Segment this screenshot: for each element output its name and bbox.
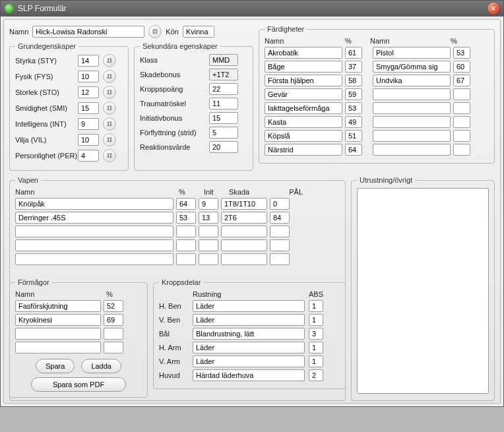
abs-input[interactable] xyxy=(309,300,323,312)
weapon-name[interactable] xyxy=(15,226,173,237)
sek-value[interactable] xyxy=(209,83,238,95)
skill-pct[interactable] xyxy=(453,75,470,86)
gender-input[interactable] xyxy=(183,26,214,38)
ability-pct[interactable] xyxy=(104,342,123,354)
ability-name[interactable] xyxy=(15,328,101,340)
sek-value[interactable] xyxy=(209,112,238,124)
pdf-button[interactable]: Spara som PDF xyxy=(31,377,126,392)
weapon-damage[interactable] xyxy=(221,226,267,237)
skill-pct[interactable] xyxy=(345,75,362,86)
save-button[interactable]: Spara xyxy=(36,359,75,373)
weapon-damage[interactable] xyxy=(221,198,267,210)
skill-name[interactable] xyxy=(373,116,451,128)
armor-input[interactable] xyxy=(193,355,305,367)
ability-name[interactable] xyxy=(15,300,101,312)
utr-textarea[interactable] xyxy=(357,188,489,394)
armor-input[interactable] xyxy=(193,328,305,340)
abs-input[interactable] xyxy=(309,342,323,354)
sek-value[interactable] xyxy=(209,54,238,66)
abs-input[interactable] xyxy=(309,369,323,381)
skill-pct[interactable] xyxy=(453,116,470,128)
armor-input[interactable] xyxy=(193,300,305,312)
load-button[interactable]: Ladda xyxy=(81,359,121,373)
skill-name[interactable] xyxy=(265,116,342,128)
sek-value[interactable] xyxy=(209,69,238,80)
skill-name[interactable] xyxy=(265,75,342,86)
ability-pct[interactable] xyxy=(104,328,123,340)
armor-input[interactable] xyxy=(193,369,305,381)
weapon-pct[interactable] xyxy=(176,239,196,251)
skill-name[interactable] xyxy=(265,88,342,100)
skill-name[interactable] xyxy=(265,61,342,73)
weapon-name[interactable] xyxy=(15,239,173,251)
abs-input[interactable] xyxy=(309,355,323,367)
skill-name[interactable] xyxy=(265,144,342,156)
dice-icon[interactable]: ⚅ xyxy=(103,133,116,146)
weapon-init[interactable] xyxy=(199,212,218,224)
grund-value[interactable] xyxy=(78,118,99,130)
ability-pct[interactable] xyxy=(104,300,123,312)
skill-pct[interactable] xyxy=(345,102,362,114)
armor-input[interactable] xyxy=(193,314,305,326)
weapon-pct[interactable] xyxy=(176,226,196,237)
ability-name[interactable] xyxy=(15,314,101,326)
weapon-damage[interactable] xyxy=(221,212,267,224)
skill-pct[interactable] xyxy=(453,102,470,114)
sek-value[interactable] xyxy=(209,98,238,109)
dice-icon[interactable]: ⚅ xyxy=(103,86,116,99)
abs-input[interactable] xyxy=(309,328,323,340)
weapon-name[interactable] xyxy=(15,198,173,210)
skill-pct[interactable] xyxy=(453,61,470,73)
grund-value[interactable] xyxy=(78,102,99,114)
skill-name[interactable] xyxy=(373,75,451,86)
weapon-pal[interactable] xyxy=(270,198,290,210)
skill-pct[interactable] xyxy=(345,61,362,73)
dice-icon[interactable]: ⚅ xyxy=(103,149,116,162)
skill-pct[interactable] xyxy=(345,116,362,128)
grund-value[interactable] xyxy=(78,71,99,82)
skill-name[interactable] xyxy=(373,102,451,114)
weapon-pct[interactable] xyxy=(176,253,196,265)
grund-value[interactable] xyxy=(78,150,99,162)
skill-pct[interactable] xyxy=(345,144,362,156)
weapon-damage[interactable] xyxy=(221,253,267,265)
skill-name[interactable] xyxy=(373,47,451,59)
grund-value[interactable] xyxy=(78,134,99,146)
ability-pct[interactable] xyxy=(104,314,123,326)
name-input[interactable] xyxy=(32,26,144,38)
sek-value[interactable] xyxy=(209,127,238,139)
weapon-init[interactable] xyxy=(199,226,218,237)
skill-name[interactable] xyxy=(265,130,342,142)
weapon-damage[interactable] xyxy=(221,239,267,251)
titlebar[interactable]: SLP Formulär × xyxy=(1,1,503,16)
weapon-init[interactable] xyxy=(199,253,218,265)
ability-name[interactable] xyxy=(15,342,101,354)
weapon-pct[interactable] xyxy=(176,198,196,210)
grund-value[interactable] xyxy=(78,86,99,98)
armor-input[interactable] xyxy=(193,342,305,354)
skill-pct[interactable] xyxy=(345,88,362,100)
sek-value[interactable] xyxy=(209,141,238,153)
weapon-init[interactable] xyxy=(199,239,218,251)
dice-icon[interactable]: ⚅ xyxy=(103,70,116,83)
close-button[interactable]: × xyxy=(488,3,499,15)
skill-pct[interactable] xyxy=(453,130,470,142)
dice-icon[interactable]: ⚅ xyxy=(103,117,116,131)
skill-pct[interactable] xyxy=(345,47,362,59)
weapon-pal[interactable] xyxy=(270,226,290,237)
dice-icon[interactable]: ⚅ xyxy=(103,54,116,67)
skill-name[interactable] xyxy=(373,88,451,100)
skill-pct[interactable] xyxy=(345,130,362,142)
weapon-pal[interactable] xyxy=(270,212,290,224)
weapon-pct[interactable] xyxy=(176,212,196,224)
skill-name[interactable] xyxy=(373,130,451,142)
weapon-name[interactable] xyxy=(15,253,173,265)
skill-pct[interactable] xyxy=(453,144,470,156)
grund-value[interactable] xyxy=(78,55,99,67)
dice-icon[interactable]: ⚅ xyxy=(148,25,162,38)
skill-name[interactable] xyxy=(373,61,451,73)
skill-pct[interactable] xyxy=(453,47,470,59)
weapon-pal[interactable] xyxy=(270,253,290,265)
skill-name[interactable] xyxy=(373,144,451,156)
dice-icon[interactable]: ⚅ xyxy=(103,102,116,115)
